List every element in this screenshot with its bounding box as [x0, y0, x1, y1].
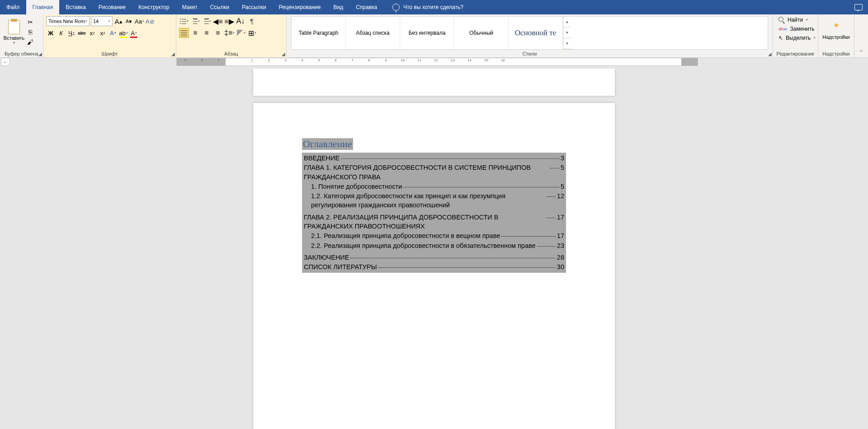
- styles-gallery: Table Paragraph Абзац списка Без интерва…: [291, 16, 768, 50]
- style-normal[interactable]: Обычный: [454, 17, 509, 49]
- tab-draw[interactable]: Рисование: [92, 0, 132, 14]
- select-button[interactable]: ↖Выделить▾: [776, 33, 815, 42]
- underline-button[interactable]: Ч▾: [67, 28, 76, 38]
- borders-button[interactable]: ⊞▾: [247, 28, 257, 38]
- style-body-text[interactable]: Основной те: [509, 17, 563, 49]
- dialog-launcher-icon[interactable]: ◢: [768, 51, 772, 56]
- subscript-button[interactable]: x2: [88, 28, 97, 38]
- tab-view[interactable]: Вид: [327, 0, 349, 14]
- tab-design[interactable]: Конструктор: [132, 0, 175, 14]
- search-placeholder: Что вы хотите сделать?: [403, 4, 463, 10]
- tab-insert[interactable]: Вставка: [59, 0, 92, 14]
- show-marks-button[interactable]: ¶: [247, 16, 257, 26]
- copy-icon[interactable]: ⎘: [26, 28, 34, 36]
- gallery-more-button[interactable]: ▼: [563, 38, 571, 49]
- horizontal-ruler[interactable]: 32112345678910111213141516: [176, 58, 698, 66]
- group-paragraph: ▾ ▾ ▾ ◀≡ ≡▶ A↓ ¶ ≡ ≡ ≡ ‡≡▾ ▾ ⊞▾ Абзац ◢: [176, 14, 287, 57]
- tab-help[interactable]: Справка: [349, 0, 383, 14]
- cut-icon[interactable]: ✂: [26, 18, 34, 26]
- highlight-button[interactable]: ab▾: [119, 28, 128, 38]
- bold-button[interactable]: Ж: [46, 28, 55, 38]
- dialog-launcher-icon[interactable]: ◢: [282, 51, 285, 56]
- strikethrough-button[interactable]: abc: [77, 28, 86, 38]
- addons-button[interactable]: Надстройки: [821, 15, 851, 40]
- italic-button[interactable]: К: [57, 28, 66, 38]
- paste-button[interactable]: Вставить ▾: [3, 15, 25, 49]
- bullets-button[interactable]: ▾: [179, 16, 189, 26]
- dialog-launcher-icon[interactable]: ◢: [171, 51, 175, 56]
- group-label-font: Шрифт: [46, 50, 173, 57]
- search-icon: [778, 17, 785, 23]
- tab-layout[interactable]: Макет: [176, 0, 204, 14]
- font-size-select[interactable]: 14▾: [91, 16, 113, 26]
- menu-tabs: Файл Главная Вставка Рисование Конструкт…: [0, 0, 383, 14]
- group-editing: Найти▾ abacЗаменить ↖Выделить▾ Редактиро…: [773, 14, 818, 57]
- group-label-styles: Стили: [289, 50, 770, 57]
- grow-font-button[interactable]: A▴: [114, 16, 123, 26]
- align-right-button[interactable]: ≡: [202, 28, 212, 38]
- align-center-button[interactable]: ≡: [190, 28, 200, 38]
- tell-me-search[interactable]: Что вы хотите сделать?: [392, 4, 463, 11]
- dialog-launcher-icon[interactable]: ◢: [38, 51, 42, 56]
- superscript-button[interactable]: x2: [98, 28, 107, 38]
- font-name-select[interactable]: Times New Rom▾: [46, 16, 90, 26]
- title-bar: Файл Главная Вставка Рисование Конструкт…: [0, 0, 868, 14]
- clipboard-icon: [8, 20, 20, 34]
- replace-button[interactable]: abacЗаменить: [776, 24, 815, 33]
- decrease-indent-button[interactable]: ◀≡: [213, 16, 223, 26]
- format-painter-icon[interactable]: 🖌: [26, 38, 34, 46]
- clear-formatting-button[interactable]: A⊘: [146, 16, 155, 26]
- multilevel-button[interactable]: ▾: [202, 16, 212, 26]
- sort-button[interactable]: A↓: [236, 16, 245, 26]
- group-label-editing: Редактирование: [776, 50, 815, 57]
- align-left-button[interactable]: [179, 28, 189, 38]
- collapse-ribbon-button[interactable]: ⌃: [854, 14, 868, 57]
- tab-review[interactable]: Рецензирование: [273, 0, 327, 14]
- style-list-paragraph[interactable]: Абзац списка: [346, 17, 400, 49]
- gallery-up-button[interactable]: ▲: [563, 17, 571, 28]
- addons-label: Надстройки: [822, 34, 849, 40]
- justify-button[interactable]: ≡: [213, 28, 223, 38]
- comments-icon[interactable]: [854, 4, 863, 10]
- replace-icon: abac: [778, 27, 788, 31]
- text-effects-button[interactable]: A▾: [108, 28, 118, 38]
- numbering-button[interactable]: ▾: [190, 16, 200, 26]
- group-styles: Table Paragraph Абзац списка Без интерва…: [287, 14, 773, 57]
- group-clipboard: Вставить ▾ ✂ ⎘ 🖌 Буфер обмена ◢: [0, 14, 43, 57]
- line-spacing-button[interactable]: ‡≡▾: [224, 28, 235, 38]
- increase-indent-button[interactable]: ≡▶: [224, 16, 234, 26]
- ribbon: Вставить ▾ ✂ ⎘ 🖌 Буфер обмена ◢ Times Ne…: [0, 14, 868, 58]
- tab-references[interactable]: Ссылки: [204, 0, 236, 14]
- group-label-paragraph: Абзац: [179, 50, 283, 57]
- paste-label: Вставить: [4, 35, 25, 41]
- font-color-button[interactable]: A▾: [129, 28, 138, 38]
- style-no-spacing[interactable]: Без интервала: [400, 17, 454, 49]
- group-addons: Надстройки Надстройки: [818, 14, 854, 57]
- addon-icon: [832, 21, 841, 30]
- ruler-corner[interactable]: ⌐: [1, 58, 10, 66]
- ruler-area: ⌐ 32112345678910111213141516: [0, 58, 868, 67]
- change-case-button[interactable]: Aa▾: [135, 16, 144, 26]
- bulb-icon: [392, 4, 400, 11]
- style-table-paragraph[interactable]: Table Paragraph: [292, 17, 346, 49]
- tab-home[interactable]: Главная: [26, 0, 60, 14]
- cursor-icon: ↖: [778, 35, 783, 41]
- group-label-clipboard: Буфер обмена: [3, 50, 40, 57]
- gallery-down-button[interactable]: ▼: [563, 28, 571, 38]
- group-label-addons: Надстройки: [821, 50, 851, 57]
- tab-file[interactable]: Файл: [0, 0, 26, 14]
- chevron-down-icon: ▾: [13, 41, 15, 45]
- shrink-font-button[interactable]: A▾: [124, 16, 133, 26]
- find-button[interactable]: Найти▾: [776, 15, 815, 24]
- tab-mailings[interactable]: Рассылки: [236, 0, 273, 14]
- group-font: Times New Rom▾ 14▾ A▴ A▾ Aa▾ A⊘ Ж К Ч▾ a…: [43, 14, 176, 57]
- shading-button[interactable]: ▾: [236, 28, 246, 38]
